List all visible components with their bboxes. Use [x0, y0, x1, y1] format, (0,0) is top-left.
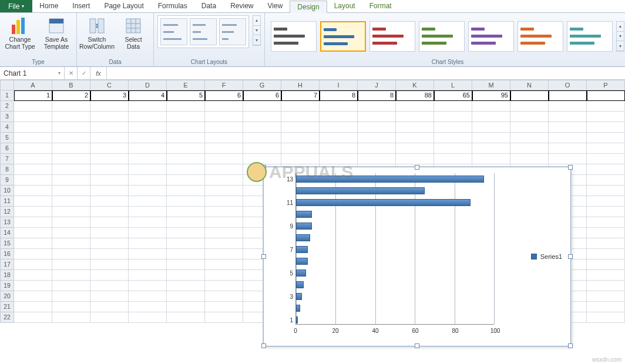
cell[interactable] [587, 291, 625, 302]
cell[interactable] [90, 154, 129, 164]
tab-format[interactable]: Format [362, 0, 399, 12]
cell[interactable] [129, 238, 167, 249]
cell[interactable] [90, 291, 129, 302]
row-header[interactable]: 14 [0, 228, 14, 238]
cell[interactable] [587, 207, 625, 217]
cell[interactable] [52, 133, 90, 143]
cell[interactable] [205, 164, 243, 175]
resize-handle[interactable] [261, 343, 266, 348]
cell[interactable] [510, 143, 549, 154]
cell[interactable] [205, 259, 243, 270]
cell[interactable] [205, 112, 243, 122]
cell[interactable] [167, 249, 205, 259]
cell[interactable] [587, 196, 625, 207]
cell[interactable] [549, 133, 587, 143]
change-chart-type-button[interactable]: Change Chart Type [4, 15, 36, 51]
save-as-template-button[interactable]: Save As Template [40, 15, 73, 51]
cell[interactable] [90, 217, 129, 228]
column-header[interactable]: N [510, 80, 549, 90]
cell[interactable] [129, 143, 167, 154]
cell[interactable] [472, 122, 510, 133]
chart-bar[interactable] [296, 305, 300, 312]
cell[interactable] [587, 312, 625, 323]
cell[interactable] [167, 312, 205, 323]
chart-style-thumb[interactable] [419, 21, 465, 52]
cell[interactable] [434, 133, 472, 143]
cell[interactable] [129, 249, 167, 259]
cell[interactable] [52, 259, 90, 270]
column-header[interactable]: L [434, 80, 472, 90]
cell[interactable]: 2 [52, 90, 90, 101]
column-header[interactable]: K [396, 80, 434, 90]
row-header[interactable]: 8 [0, 164, 14, 175]
cell[interactable] [129, 302, 167, 312]
cell[interactable] [434, 122, 472, 133]
cell[interactable] [243, 122, 281, 133]
file-tab[interactable]: File ▾ [0, 0, 32, 12]
fx-button[interactable]: fx [90, 67, 107, 79]
cell[interactable] [243, 133, 281, 143]
cell[interactable] [358, 154, 396, 164]
tab-review[interactable]: Review [223, 0, 260, 12]
cell[interactable] [52, 270, 90, 281]
cell[interactable] [587, 281, 625, 291]
cell[interactable] [587, 228, 625, 238]
cell[interactable]: 5 [167, 90, 205, 101]
cell[interactable] [90, 143, 129, 154]
cell[interactable] [52, 101, 90, 112]
cancel-formula-button[interactable]: ✕ [65, 67, 78, 79]
cell[interactable] [587, 302, 625, 312]
cell[interactable] [129, 133, 167, 143]
cell[interactable] [205, 217, 243, 228]
chart-style-thumb[interactable] [468, 21, 514, 52]
cell[interactable] [549, 122, 587, 133]
resize-handle[interactable] [568, 343, 573, 348]
cell[interactable] [587, 112, 625, 122]
cell[interactable] [472, 133, 510, 143]
chart-bar[interactable] [296, 199, 471, 206]
chart-style-thumb[interactable] [567, 21, 613, 52]
layout-thumb[interactable] [160, 18, 187, 45]
cell[interactable] [14, 122, 52, 133]
cell[interactable] [587, 217, 625, 228]
row-header[interactable]: 21 [0, 302, 14, 312]
cell[interactable] [167, 228, 205, 238]
cell[interactable] [358, 101, 396, 112]
row-header[interactable]: 18 [0, 270, 14, 281]
row-header[interactable]: 7 [0, 154, 14, 164]
cell[interactable] [14, 259, 52, 270]
row-header[interactable]: 11 [0, 196, 14, 207]
cell[interactable] [90, 207, 129, 217]
tab-insert[interactable]: Insert [65, 0, 97, 12]
cell[interactable] [90, 228, 129, 238]
cell[interactable] [90, 101, 129, 112]
cell[interactable] [205, 186, 243, 196]
cell[interactable] [90, 122, 129, 133]
layouts-more-button[interactable]: ▴▾▾ [253, 15, 261, 46]
cell[interactable] [205, 291, 243, 302]
cell[interactable] [510, 112, 549, 122]
cell[interactable] [52, 112, 90, 122]
cell[interactable] [510, 90, 549, 101]
cell[interactable] [510, 101, 549, 112]
cell[interactable] [396, 112, 434, 122]
cell[interactable] [281, 122, 320, 133]
chart-legend[interactable]: Series1 [531, 253, 562, 260]
cell[interactable] [281, 143, 320, 154]
cell[interactable] [510, 122, 549, 133]
chart-bar[interactable] [296, 293, 302, 300]
cell[interactable] [129, 207, 167, 217]
cell[interactable] [243, 143, 281, 154]
cell[interactable] [14, 270, 52, 281]
row-header[interactable]: 10 [0, 186, 14, 196]
cell[interactable] [167, 291, 205, 302]
tab-layout[interactable]: Layout [327, 0, 362, 12]
cell[interactable] [358, 133, 396, 143]
cell[interactable] [167, 186, 205, 196]
cell[interactable] [587, 270, 625, 281]
layout-thumb[interactable] [219, 18, 246, 45]
cell[interactable] [14, 228, 52, 238]
chart-bar[interactable] [296, 269, 306, 277]
cell[interactable] [205, 101, 243, 112]
row-header[interactable]: 1 [0, 90, 14, 101]
